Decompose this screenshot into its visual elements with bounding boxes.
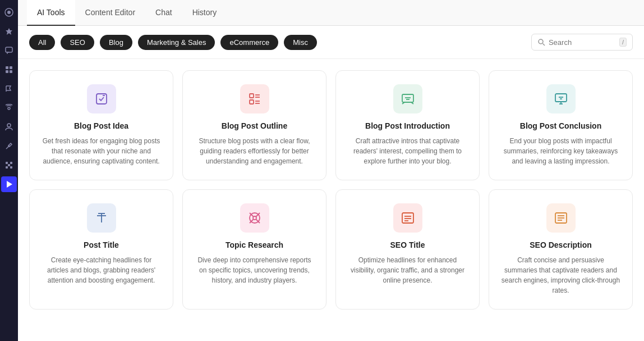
svg-rect-41 bbox=[402, 213, 413, 223]
card-blog-post-outline[interactable]: Blog Post Outline Structure blog posts w… bbox=[182, 70, 326, 180]
post-title-desc: Create eye-catching headlines for articl… bbox=[41, 255, 162, 285]
logo-icon[interactable] bbox=[1, 4, 17, 20]
blog-post-conclusion-title: Blog Post Conclusion bbox=[520, 121, 601, 130]
blog-post-introduction-desc: Craft attractive intros that captivate r… bbox=[347, 136, 468, 166]
blog-post-conclusion-desc: End your blog posts with impactful summa… bbox=[500, 136, 621, 166]
flag-icon[interactable] bbox=[1, 81, 17, 97]
topic-research-icon bbox=[240, 203, 269, 233]
blog-post-outline-icon bbox=[240, 84, 269, 113]
card-blog-post-introduction[interactable]: Blog Post Introduction Craft attractive … bbox=[335, 70, 480, 180]
blog-post-outline-title: Blog Post Outline bbox=[222, 121, 287, 130]
sidebar bbox=[0, 0, 18, 341]
tools-icon[interactable] bbox=[1, 138, 17, 154]
card-blog-post-conclusion[interactable]: Blog Post Conclusion End your blog posts… bbox=[489, 70, 633, 180]
svg-rect-13 bbox=[8, 164, 10, 166]
apps-icon[interactable] bbox=[1, 157, 17, 173]
pin-icon[interactable] bbox=[1, 24, 17, 39]
tab-content-editor[interactable]: Content Editor bbox=[75, 0, 146, 26]
blog-post-conclusion-icon bbox=[546, 84, 576, 113]
svg-point-36 bbox=[253, 216, 256, 220]
person-icon[interactable] bbox=[1, 119, 17, 135]
seo-description-title: SEO Description bbox=[530, 240, 591, 249]
svg-point-7 bbox=[8, 107, 10, 110]
svg-rect-6 bbox=[10, 70, 12, 73]
card-post-title[interactable]: Post Title Create eye-catching headlines… bbox=[29, 189, 173, 310]
card-seo-title[interactable]: SEO Title Optimize headlines for enhance… bbox=[335, 189, 480, 310]
blog-post-introduction-icon bbox=[393, 84, 422, 113]
play-icon[interactable] bbox=[1, 176, 17, 192]
svg-rect-10 bbox=[10, 162, 12, 164]
svg-point-1 bbox=[7, 11, 11, 14]
seo-title-title: SEO Title bbox=[390, 240, 425, 249]
seo-title-icon bbox=[393, 203, 422, 233]
blog-post-idea-desc: Get fresh ideas for engaging blog posts … bbox=[41, 136, 162, 166]
post-title-icon bbox=[87, 203, 116, 233]
main-content: AI Tools Content Editor Chat History All… bbox=[18, 0, 644, 341]
svg-rect-21 bbox=[250, 100, 254, 104]
search-kbd: / bbox=[619, 38, 627, 47]
topic-research-title: Topic Research bbox=[226, 240, 283, 249]
seo-title-desc: Optimize headlines for enhanced visibili… bbox=[347, 255, 468, 285]
search-box: / bbox=[531, 34, 633, 51]
svg-line-16 bbox=[542, 44, 545, 46]
svg-rect-18 bbox=[250, 94, 254, 98]
card-blog-post-idea[interactable]: Blog Post Idea Get fresh ideas for engag… bbox=[29, 70, 173, 180]
cards-grid: Blog Post Idea Get fresh ideas for engag… bbox=[18, 59, 644, 341]
filter-all[interactable]: All bbox=[29, 35, 55, 50]
seo-description-icon bbox=[546, 203, 576, 233]
blog-post-outline-desc: Structure blog posts with a clear flow, … bbox=[194, 136, 315, 166]
tab-bar: AI Tools Content Editor Chat History bbox=[18, 0, 644, 26]
seo-description-desc: Craft concise and persuasive summaries t… bbox=[500, 255, 621, 295]
card-seo-description[interactable]: SEO Description Craft concise and persua… bbox=[489, 189, 633, 310]
svg-rect-4 bbox=[10, 66, 12, 69]
svg-point-15 bbox=[539, 39, 543, 44]
broadcast-icon[interactable] bbox=[1, 100, 17, 116]
blog-post-idea-title: Blog Post Idea bbox=[74, 121, 128, 130]
svg-rect-2 bbox=[6, 47, 12, 52]
search-icon bbox=[537, 38, 545, 46]
svg-rect-5 bbox=[6, 70, 8, 73]
filter-misc[interactable]: Misc bbox=[284, 35, 317, 50]
tab-chat[interactable]: Chat bbox=[145, 0, 182, 26]
svg-rect-11 bbox=[6, 166, 8, 169]
filter-marketing[interactable]: Marketing & Sales bbox=[138, 35, 215, 50]
blog-post-idea-icon bbox=[87, 84, 116, 113]
svg-rect-12 bbox=[10, 166, 12, 169]
svg-marker-14 bbox=[7, 181, 12, 188]
svg-rect-17 bbox=[96, 94, 107, 104]
tab-ai-tools[interactable]: AI Tools bbox=[27, 0, 75, 26]
filter-seo[interactable]: SEO bbox=[61, 35, 94, 50]
filter-ecommerce[interactable]: eCommerce bbox=[220, 35, 278, 50]
svg-rect-29 bbox=[555, 94, 567, 102]
svg-point-8 bbox=[7, 124, 11, 127]
svg-rect-9 bbox=[6, 162, 8, 164]
svg-rect-3 bbox=[6, 66, 8, 69]
grid-icon[interactable] bbox=[1, 62, 17, 78]
topic-research-desc: Dive deep into comprehensive reports on … bbox=[194, 255, 315, 285]
card-topic-research[interactable]: Topic Research Dive deep into comprehens… bbox=[182, 189, 326, 310]
blog-post-introduction-title: Blog Post Introduction bbox=[365, 121, 450, 130]
bubble-icon[interactable] bbox=[1, 43, 17, 58]
tab-history[interactable]: History bbox=[182, 0, 227, 26]
post-title-title: Post Title bbox=[84, 240, 119, 249]
svg-rect-24 bbox=[402, 94, 413, 102]
search-input[interactable] bbox=[549, 38, 616, 47]
filter-blog[interactable]: Blog bbox=[100, 35, 132, 50]
filter-bar: All SEO Blog Marketing & Sales eCommerce… bbox=[18, 26, 644, 59]
